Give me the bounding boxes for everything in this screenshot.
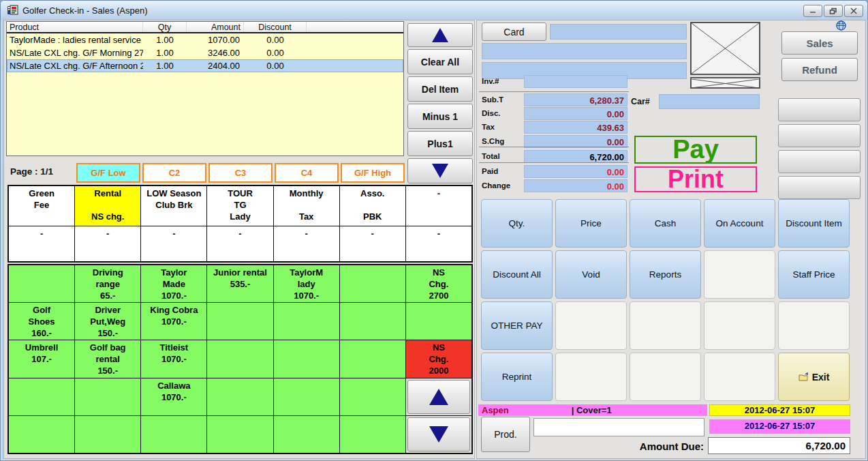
product-cell[interactable]: Golf Shoes 160.- bbox=[9, 303, 74, 340]
discount-all-button[interactable]: Discount All bbox=[481, 250, 553, 299]
card-button[interactable]: Card bbox=[482, 23, 546, 41]
product-cell[interactable] bbox=[406, 303, 471, 340]
category-cell[interactable]: - bbox=[141, 226, 206, 261]
category-cell[interactable]: - bbox=[406, 226, 471, 261]
product-cell[interactable]: Callawa 1070.- bbox=[141, 378, 206, 415]
product-cell[interactable]: NS Chg. 2700 bbox=[406, 265, 471, 302]
category-cell[interactable]: LOW Season Club Brk bbox=[141, 186, 206, 226]
category-cell[interactable]: - bbox=[340, 226, 405, 261]
grid-scroll-down-button[interactable] bbox=[407, 417, 470, 451]
product-cell[interactable]: Taylor Made 1070.- bbox=[141, 265, 206, 302]
side-blank-button[interactable] bbox=[778, 124, 861, 147]
product-cell[interactable] bbox=[340, 340, 405, 377]
product-cell[interactable] bbox=[274, 416, 339, 453]
minus-1-button[interactable]: Minus 1 bbox=[407, 104, 473, 129]
product-cell[interactable] bbox=[9, 416, 74, 453]
product-cell[interactable] bbox=[207, 378, 273, 415]
table-row[interactable]: NS/Late CXL chg. G/F Afternoon 20001.002… bbox=[7, 59, 403, 72]
plus1-button[interactable]: Plus1 bbox=[407, 131, 473, 156]
product-cell[interactable]: TaylorM lady 1070.- bbox=[274, 265, 339, 302]
reprint-button[interactable]: Reprint bbox=[481, 353, 553, 401]
scroll-down-button[interactable] bbox=[407, 158, 473, 183]
product-cell[interactable]: Golf bag rental 150.- bbox=[75, 340, 140, 377]
category-cell[interactable]: Monthly Tax bbox=[274, 186, 339, 226]
product-cell[interactable]: Driving range 65.- bbox=[75, 265, 140, 302]
scroll-up-button[interactable] bbox=[407, 23, 473, 47]
del-item-button[interactable]: Del Item bbox=[407, 76, 473, 102]
product-cell[interactable] bbox=[75, 416, 140, 453]
blank-action-button[interactable] bbox=[555, 353, 627, 401]
print-button[interactable]: Print bbox=[634, 166, 757, 192]
grid-scroll-up-button[interactable] bbox=[407, 380, 470, 414]
close-button[interactable] bbox=[844, 5, 863, 17]
product-cell[interactable] bbox=[340, 265, 405, 302]
product-cell[interactable] bbox=[207, 416, 273, 453]
reports-button[interactable]: Reports bbox=[630, 250, 701, 299]
tab-c4[interactable]: C4 bbox=[275, 163, 339, 183]
blank-action-button[interactable] bbox=[704, 353, 775, 401]
table-row[interactable]: NS/Late CXL chg. G/F Morning 2700+1.0032… bbox=[7, 46, 403, 59]
staff-price-button[interactable]: Staff Price bbox=[778, 250, 850, 299]
title-bar[interactable]: Golfer Check-in - Sales (Aspen) bbox=[1, 1, 867, 20]
product-cell[interactable] bbox=[207, 303, 273, 340]
product-cell[interactable]: Titleist 1070.- bbox=[141, 340, 206, 377]
on-account-button[interactable]: On Account bbox=[704, 199, 775, 248]
product-cell[interactable] bbox=[340, 378, 405, 415]
refund-mode-button[interactable]: Refund bbox=[781, 58, 858, 81]
product-cell[interactable] bbox=[75, 378, 140, 415]
card-field[interactable] bbox=[550, 24, 687, 40]
product-cell[interactable] bbox=[207, 340, 273, 377]
category-cell[interactable]: - bbox=[75, 226, 140, 261]
product-cell[interactable] bbox=[274, 340, 339, 377]
prod-button[interactable]: Prod. bbox=[481, 417, 530, 452]
side-blank-button[interactable] bbox=[778, 98, 861, 121]
tab-c2[interactable]: C2 bbox=[142, 163, 206, 183]
product-code-input[interactable] bbox=[533, 418, 704, 436]
inv-field[interactable] bbox=[524, 75, 627, 88]
product-cell[interactable]: Umbrell 107.- bbox=[9, 340, 74, 377]
member-field-1[interactable] bbox=[482, 43, 687, 59]
blank-action-button[interactable] bbox=[630, 353, 701, 401]
category-cell[interactable]: Asso. PBK bbox=[340, 186, 405, 226]
side-blank-button[interactable] bbox=[778, 176, 861, 199]
category-cell[interactable]: - bbox=[9, 226, 74, 261]
category-cell[interactable]: TOUR TG Lady bbox=[207, 186, 273, 226]
product-cell[interactable] bbox=[274, 378, 339, 415]
discount-item-button[interactable]: Discount Item bbox=[778, 199, 850, 248]
tab-c3[interactable]: C3 bbox=[208, 163, 273, 183]
clear-all-button[interactable]: Clear All bbox=[407, 49, 473, 74]
category-cell[interactable]: - bbox=[406, 186, 471, 226]
product-cell[interactable] bbox=[9, 378, 74, 415]
product-cell[interactable] bbox=[340, 303, 405, 340]
tab-g-f-high[interactable]: G/F High bbox=[341, 163, 405, 183]
blank-action-button[interactable] bbox=[778, 301, 850, 350]
category-cell[interactable]: - bbox=[207, 226, 273, 261]
price-button[interactable]: Price bbox=[555, 199, 627, 248]
minimize-button[interactable] bbox=[803, 5, 822, 17]
car-field[interactable] bbox=[659, 94, 760, 109]
sales-mode-button[interactable]: Sales bbox=[781, 31, 858, 55]
pay-button[interactable]: Pay bbox=[634, 136, 757, 164]
category-cell[interactable]: Rental NS chg. bbox=[75, 186, 140, 226]
product-cell[interactable] bbox=[274, 303, 339, 340]
blank-action-button[interactable] bbox=[704, 301, 775, 350]
blank-action-button[interactable] bbox=[630, 301, 701, 350]
exit-button[interactable]: Exit bbox=[778, 353, 850, 401]
other-pay-button[interactable]: OTHER PAY bbox=[481, 301, 553, 350]
product-cell[interactable]: Driver Put,Weg 150.- bbox=[75, 303, 140, 340]
table-row[interactable]: TaylorMade : ladies rental service W/1.0… bbox=[7, 33, 403, 46]
cash-button[interactable]: Cash bbox=[630, 199, 701, 248]
blank-action-button[interactable] bbox=[704, 250, 775, 299]
category-cell[interactable]: - bbox=[274, 226, 339, 261]
product-cell[interactable]: NS Chg. 2000 bbox=[406, 340, 471, 377]
qty--button[interactable]: Qty. bbox=[481, 199, 553, 248]
product-cell[interactable]: Junior rental 535.- bbox=[207, 265, 273, 302]
product-cell[interactable] bbox=[340, 416, 405, 453]
product-cell[interactable]: King Cobra 1070.- bbox=[141, 303, 206, 340]
grid-scroll-down-button[interactable] bbox=[406, 416, 471, 453]
blank-action-button[interactable] bbox=[555, 301, 627, 350]
product-cell[interactable] bbox=[9, 265, 74, 302]
restore-button[interactable] bbox=[824, 5, 843, 17]
tab-g-f-low[interactable]: G/F Low bbox=[76, 163, 140, 183]
side-blank-button[interactable] bbox=[778, 150, 861, 173]
